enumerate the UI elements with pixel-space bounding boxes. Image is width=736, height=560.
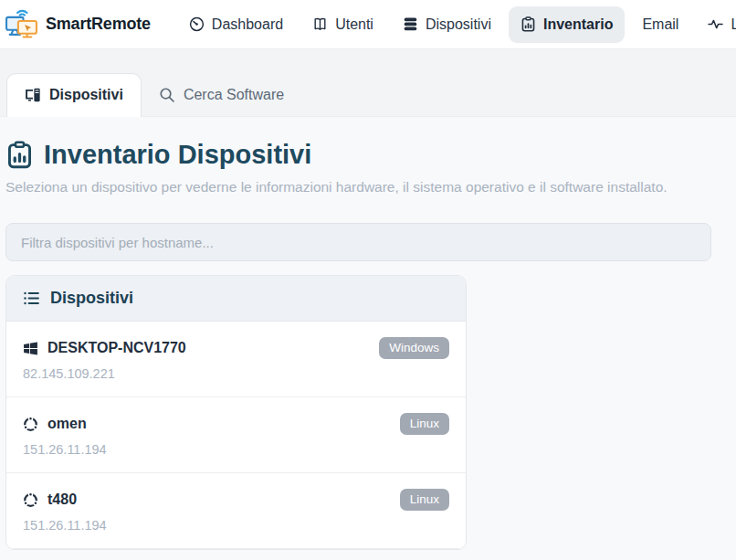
nav-item-inventario[interactable]: Inventario: [509, 6, 625, 43]
nav-item-dashboard[interactable]: Dashboard: [177, 6, 295, 43]
speedometer-icon: [189, 16, 205, 32]
device-list: DESKTOP-NCV1770 Windows 82.145.109.221 o…: [6, 322, 466, 549]
main-nav: Dashboard Utenti Dispositivi Inventario …: [174, 6, 736, 43]
linux-icon: [23, 492, 38, 508]
device-ip: 82.145.109.221: [23, 366, 449, 381]
list-icon: [23, 290, 40, 307]
pc-display-icon: [25, 87, 41, 103]
activity-icon: [708, 16, 723, 32]
tab-cerca-software[interactable]: Cerca Software: [142, 74, 301, 117]
devices-panel-header: Dispositivi: [6, 276, 466, 322]
os-badge: Windows: [379, 337, 449, 359]
clipboard-chart-icon: [520, 16, 536, 32]
device-row-omen[interactable]: omen Linux 151.26.11.194: [6, 397, 466, 473]
nav-item-log[interactable]: Log: [696, 6, 736, 43]
page-title: Inventario Dispositivi: [44, 136, 311, 173]
brand-name: SmartRemote: [46, 15, 151, 34]
os-badge: Linux: [400, 489, 449, 511]
device-ip: 151.26.11.194: [23, 442, 449, 457]
clipboard-chart-icon: [5, 141, 34, 169]
tab-dispositivi[interactable]: Dispositivi: [6, 73, 142, 117]
book-icon: [312, 16, 328, 32]
os-badge: Linux: [400, 413, 449, 435]
brand[interactable]: SmartRemote: [5, 5, 151, 43]
page-subtitle: Seleziona un dispositivo per vederne le …: [5, 179, 711, 195]
device-row-t480[interactable]: t480 Linux 151.26.11.194: [6, 473, 466, 549]
device-ip: 151.26.11.194: [23, 518, 449, 533]
database-icon: [403, 16, 418, 32]
device-row-desktop-ncv1770[interactable]: DESKTOP-NCV1770 Windows 82.145.109.221: [6, 322, 466, 397]
nav-item-utenti[interactable]: Utenti: [300, 6, 385, 43]
devices-panel: Dispositivi DESKTOP-NCV1770 Windows 82.1…: [5, 275, 467, 550]
page-title-row: Inventario Dispositivi: [5, 136, 711, 173]
tab-band: Dispositivi Cerca Software: [0, 49, 736, 117]
nav-item-email[interactable]: Email: [630, 6, 690, 43]
device-hostname: t480: [47, 491, 77, 508]
navbar: SmartRemote Dashboard Utenti Dispositivi…: [0, 0, 736, 49]
smartremote-logo-icon: [5, 5, 38, 43]
nav-item-dispositivi[interactable]: Dispositivi: [391, 6, 503, 43]
devices-panel-title: Dispositivi: [50, 289, 133, 308]
content: Inventario Dispositivi Seleziona un disp…: [0, 117, 736, 550]
linux-icon: [23, 417, 38, 432]
search-icon: [159, 87, 175, 103]
device-hostname: DESKTOP-NCV1770: [47, 340, 186, 356]
windows-icon: [23, 341, 38, 356]
device-hostname: omen: [47, 416, 87, 432]
hostname-filter-input[interactable]: [5, 223, 711, 261]
